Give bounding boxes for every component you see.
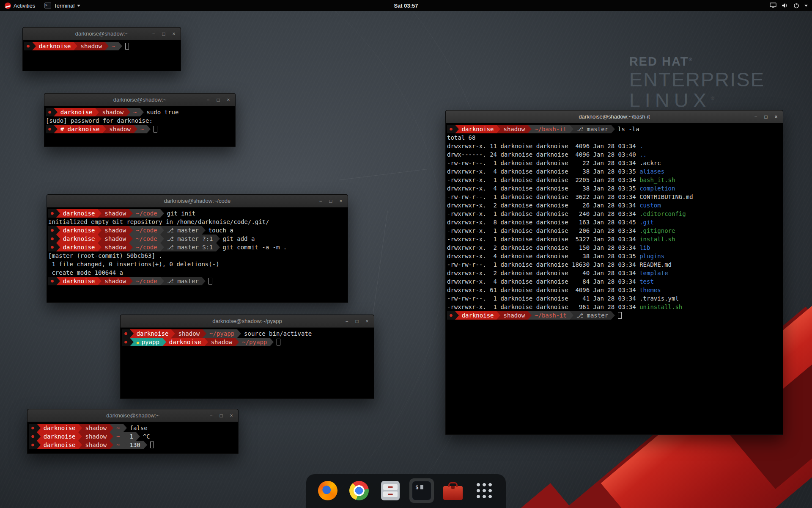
powerline-separator (202, 226, 206, 235)
window-title: darknoise@shadow:~ (106, 412, 159, 419)
powerline-separator (203, 329, 206, 338)
prompt-segment-path: ~/code (133, 209, 160, 218)
window-titlebar[interactable]: darknoise@shadow:~/code − □ × (47, 195, 348, 207)
terminal-content[interactable]: ●darknoiseshadow~/codegit initInitialize… (47, 207, 348, 287)
terminal-icon[interactable] (409, 478, 434, 503)
app-menu-button[interactable]: Terminal (40, 0, 85, 11)
prompt-line: ●darknoiseshadow~/pyappsource bin/activa… (122, 329, 373, 338)
window-titlebar[interactable]: darknoise@shadow:~/pyapp − □ × (121, 315, 374, 328)
close-button[interactable]: × (362, 317, 372, 326)
output-text: -rwxrwxr-x. 1 darknoise darknoise 961 Ja… (447, 303, 639, 311)
clock[interactable]: Sat 03:57 (394, 3, 418, 9)
prompt-segment-path: ~/pyapp (206, 329, 237, 338)
activities-button[interactable]: Activities (0, 0, 40, 11)
prompt-segment-path: ~/code (133, 277, 160, 285)
minimize-button[interactable]: − (206, 411, 216, 420)
maximize-button[interactable]: □ (214, 95, 223, 105)
close-button[interactable]: × (169, 29, 178, 39)
window-titlebar[interactable]: darknoise@shadow:~ − □ × (27, 409, 238, 422)
command-text: sudo true (144, 108, 179, 116)
output-text: README.md (639, 260, 672, 269)
app-grid-icon[interactable] (472, 478, 497, 503)
chrome-icon[interactable] (347, 478, 371, 503)
output-line: drwxrwxr-x. 61 darknoise darknoise 4096 … (447, 286, 782, 294)
prompt-segment-host: shadow (82, 432, 110, 441)
output-line: -rwxrwxr-x. 1 darknoise darknoise 240 Ja… (447, 210, 782, 218)
terminal-content[interactable]: ●darknoiseshadow~ (23, 40, 181, 52)
window-titlebar[interactable]: darknoise@shadow:~ − □ × (23, 28, 181, 40)
maximize-button[interactable]: □ (326, 196, 335, 206)
redhat-prompt-icon: ● (46, 125, 54, 133)
prompt-segment-host: shadow (99, 108, 126, 116)
close-button[interactable]: × (224, 95, 233, 105)
files-icon[interactable] (378, 478, 403, 503)
prompt-segment-user: darknoise (60, 243, 98, 251)
prompt-segment-user: darknoise (58, 108, 96, 116)
powerline-separator (129, 277, 133, 285)
system-tray[interactable] (770, 0, 812, 11)
maximize-button[interactable]: □ (761, 112, 771, 121)
minimize-button[interactable]: − (751, 112, 760, 121)
minimize-button[interactable]: − (203, 95, 213, 105)
command-text: source bin/activate (241, 329, 312, 338)
volume-icon (782, 3, 788, 8)
maximize-button[interactable]: □ (159, 29, 168, 39)
prompt-segment-git: ⎇ master (573, 125, 611, 133)
prompt-segment-status: 130 (127, 441, 143, 449)
prompt-segment-git: ⎇ master ?:1 (164, 235, 216, 243)
powerline-separator (140, 108, 144, 116)
rhel-logo-redhat: RED HAT® (629, 55, 765, 68)
chevron-down-icon (804, 5, 808, 7)
redhat-prompt-icon: ● (48, 209, 56, 218)
output-line: drwxrwxr-x. 4 darknoise darknoise 38 Jan… (447, 167, 782, 176)
minimize-button[interactable]: − (316, 196, 325, 206)
window-titlebar[interactable]: darknoise@shadow:~ − □ × (44, 94, 235, 106)
terminal-content[interactable]: ●darknoiseshadow~sudo true[sudo] passwor… (44, 106, 235, 135)
output-text: -rw-rw-r--. 1 darknoise darknoise 3622 J… (447, 193, 639, 201)
powerline-separator (216, 243, 220, 251)
output-text: -rwxrwxr-x. 1 darknoise darknoise 5327 J… (447, 235, 639, 243)
powerline-separator (98, 209, 102, 218)
window-titlebar[interactable]: darknoise@shadow:~/bash-it − □ × (446, 110, 783, 123)
output-text: CONTRIBUTING.md (639, 193, 693, 201)
maximize-button[interactable]: □ (352, 317, 362, 326)
output-line: -rw-rw-r--. 1 darknoise darknoise 18630 … (447, 260, 782, 269)
prompt-segment-host: shadow (82, 441, 110, 449)
directory-name: test (639, 277, 654, 286)
output-text: .travis.yml (639, 294, 679, 303)
terminal-content[interactable]: ●darknoiseshadow~/bash-it⎇ masterls -lat… (446, 123, 783, 321)
redhat-icon (5, 3, 11, 9)
powerline-separator (110, 441, 113, 449)
powerline-separator (455, 125, 459, 133)
prompt-segment-user: darknoise (134, 329, 172, 338)
redhat-prompt-icon: ● (46, 108, 54, 116)
maximize-button[interactable]: □ (217, 411, 226, 420)
toolbox-icon[interactable] (441, 478, 465, 503)
display-icon (770, 3, 776, 8)
output-text: -rwxrwxr-x. 1 darknoise darknoise 240 Ja… (447, 210, 639, 218)
output-line: [master (root-commit) 50bcb63] . (48, 251, 346, 260)
close-button[interactable]: × (227, 411, 236, 420)
command-text: git add a (220, 235, 255, 243)
close-button[interactable]: × (336, 196, 346, 206)
powerline-separator (204, 338, 208, 346)
minimize-button[interactable]: − (342, 317, 351, 326)
prompt-segment-host: shadow (82, 424, 110, 432)
prompt-segment-host: shadow (500, 311, 528, 320)
terminal-content[interactable]: ●darknoiseshadow~/pyappsource bin/activa… (121, 328, 374, 348)
powerline-separator (160, 277, 164, 285)
redhat-prompt-icon: ● (24, 42, 32, 50)
output-text: drwxrwxr-x. 2 darknoise darknoise 26 Jan… (447, 201, 639, 210)
powerline-separator (78, 432, 82, 441)
close-button[interactable]: × (771, 112, 781, 121)
firefox-icon[interactable] (315, 478, 340, 503)
powerline-separator (570, 311, 573, 320)
output-text: -rw-rw-r--. 1 darknoise darknoise 18630 … (447, 260, 639, 269)
prompt-line: ●darknoiseshadow~ (24, 42, 179, 50)
terminal-content[interactable]: ●darknoiseshadow~false●darknoiseshadow~1… (27, 422, 238, 451)
powerline-separator (129, 209, 133, 218)
output-line: -rwxrwxr-x. 1 darknoise darknoise 961 Ja… (447, 303, 782, 311)
output-line: drwxrwxr-x. 4 darknoise darknoise 38 Jan… (447, 184, 782, 193)
minimize-button[interactable]: − (149, 29, 158, 39)
output-line: -rwxrwxr-x. 1 darknoise darknoise 5327 J… (447, 235, 782, 243)
